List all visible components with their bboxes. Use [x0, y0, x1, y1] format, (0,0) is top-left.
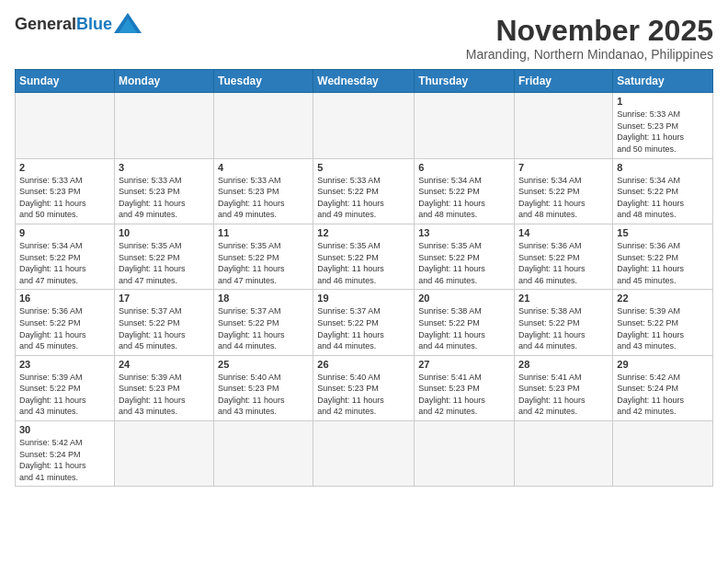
calendar-cell: 1Sunrise: 5:33 AM Sunset: 5:23 PM Daylig… — [613, 93, 713, 158]
calendar-cell: 30Sunrise: 5:42 AM Sunset: 5:24 PM Dayli… — [16, 421, 115, 487]
day-info: Sunrise: 5:35 AM Sunset: 5:22 PM Dayligh… — [119, 240, 210, 286]
day-info: Sunrise: 5:41 AM Sunset: 5:23 PM Dayligh… — [518, 372, 609, 418]
day-number: 13 — [418, 227, 510, 238]
day-number: 10 — [119, 227, 210, 238]
day-info: Sunrise: 5:33 AM Sunset: 5:23 PM Dayligh… — [617, 109, 709, 155]
calendar-cell — [313, 421, 415, 487]
header-day-monday: Monday — [114, 70, 213, 93]
day-number: 26 — [317, 359, 410, 370]
day-number: 19 — [317, 293, 410, 304]
week-row-4: 16Sunrise: 5:36 AM Sunset: 5:22 PM Dayli… — [16, 290, 713, 355]
calendar-cell: 24Sunrise: 5:39 AM Sunset: 5:23 PM Dayli… — [114, 355, 213, 420]
day-info: Sunrise: 5:33 AM Sunset: 5:22 PM Dayligh… — [317, 175, 410, 221]
title-area: November 2025 Maranding, Northern Mindan… — [466, 15, 713, 62]
day-info: Sunrise: 5:34 AM Sunset: 5:22 PM Dayligh… — [19, 240, 110, 286]
day-number: 9 — [19, 227, 110, 238]
calendar-cell: 21Sunrise: 5:38 AM Sunset: 5:22 PM Dayli… — [515, 290, 613, 355]
month-title: November 2025 — [466, 15, 713, 47]
day-number: 20 — [418, 293, 510, 304]
day-info: Sunrise: 5:40 AM Sunset: 5:23 PM Dayligh… — [218, 372, 309, 418]
week-row-2: 2Sunrise: 5:33 AM Sunset: 5:23 PM Daylig… — [16, 158, 713, 224]
header-row: SundayMondayTuesdayWednesdayThursdayFrid… — [16, 70, 713, 93]
day-info: Sunrise: 5:35 AM Sunset: 5:22 PM Dayligh… — [418, 240, 510, 286]
logo: GeneralBlue — [15, 15, 142, 33]
day-info: Sunrise: 5:33 AM Sunset: 5:23 PM Dayligh… — [119, 175, 210, 221]
day-number: 11 — [218, 227, 309, 238]
calendar-cell: 14Sunrise: 5:36 AM Sunset: 5:22 PM Dayli… — [515, 224, 613, 289]
calendar-cell: 18Sunrise: 5:37 AM Sunset: 5:22 PM Dayli… — [214, 290, 313, 355]
header-day-wednesday: Wednesday — [313, 70, 415, 93]
calendar-cell: 22Sunrise: 5:39 AM Sunset: 5:22 PM Dayli… — [613, 290, 713, 355]
week-row-5: 23Sunrise: 5:39 AM Sunset: 5:22 PM Dayli… — [16, 355, 713, 420]
day-number: 18 — [218, 293, 309, 304]
day-number: 23 — [19, 359, 110, 370]
logo-text: GeneralBlue — [15, 16, 112, 32]
day-info: Sunrise: 5:37 AM Sunset: 5:22 PM Dayligh… — [119, 305, 210, 351]
week-row-1: 1Sunrise: 5:33 AM Sunset: 5:23 PM Daylig… — [16, 93, 713, 158]
header: GeneralBlue November 2025 Maranding, Nor… — [15, 15, 713, 62]
week-row-6: 30Sunrise: 5:42 AM Sunset: 5:24 PM Dayli… — [16, 421, 713, 487]
day-number: 14 — [518, 227, 609, 238]
calendar-header: SundayMondayTuesdayWednesdayThursdayFrid… — [16, 70, 713, 93]
day-number: 25 — [218, 359, 309, 370]
day-info: Sunrise: 5:39 AM Sunset: 5:22 PM Dayligh… — [19, 372, 110, 418]
header-day-thursday: Thursday — [415, 70, 515, 93]
logo-icon — [114, 13, 142, 33]
week-row-3: 9Sunrise: 5:34 AM Sunset: 5:22 PM Daylig… — [16, 224, 713, 289]
calendar-cell — [114, 93, 213, 158]
calendar-cell: 11Sunrise: 5:35 AM Sunset: 5:22 PM Dayli… — [214, 224, 313, 289]
calendar-cell — [415, 421, 515, 487]
calendar-cell: 27Sunrise: 5:41 AM Sunset: 5:23 PM Dayli… — [415, 355, 515, 420]
calendar-cell: 29Sunrise: 5:42 AM Sunset: 5:24 PM Dayli… — [613, 355, 713, 420]
calendar-cell — [214, 93, 313, 158]
day-info: Sunrise: 5:38 AM Sunset: 5:22 PM Dayligh… — [418, 305, 510, 351]
header-day-tuesday: Tuesday — [214, 70, 313, 93]
calendar-cell — [613, 421, 713, 487]
day-number: 21 — [518, 293, 609, 304]
calendar-cell — [16, 93, 115, 158]
calendar-cell: 23Sunrise: 5:39 AM Sunset: 5:22 PM Dayli… — [16, 355, 115, 420]
calendar-cell: 6Sunrise: 5:34 AM Sunset: 5:22 PM Daylig… — [415, 158, 515, 224]
location-title: Maranding, Northern Mindanao, Philippine… — [466, 47, 713, 62]
day-number: 7 — [518, 162, 609, 173]
calendar-cell: 26Sunrise: 5:40 AM Sunset: 5:23 PM Dayli… — [313, 355, 415, 420]
calendar-cell — [415, 93, 515, 158]
calendar-cell: 25Sunrise: 5:40 AM Sunset: 5:23 PM Dayli… — [214, 355, 313, 420]
day-number: 4 — [218, 162, 309, 173]
calendar-cell: 13Sunrise: 5:35 AM Sunset: 5:22 PM Dayli… — [415, 224, 515, 289]
calendar-cell: 28Sunrise: 5:41 AM Sunset: 5:23 PM Dayli… — [515, 355, 613, 420]
day-info: Sunrise: 5:38 AM Sunset: 5:22 PM Dayligh… — [518, 305, 609, 351]
day-info: Sunrise: 5:35 AM Sunset: 5:22 PM Dayligh… — [218, 240, 309, 286]
day-info: Sunrise: 5:42 AM Sunset: 5:24 PM Dayligh… — [19, 437, 110, 483]
calendar-cell: 17Sunrise: 5:37 AM Sunset: 5:22 PM Dayli… — [114, 290, 213, 355]
calendar-cell: 2Sunrise: 5:33 AM Sunset: 5:23 PM Daylig… — [16, 158, 115, 224]
calendar-cell — [114, 421, 213, 487]
day-number: 5 — [317, 162, 410, 173]
day-info: Sunrise: 5:33 AM Sunset: 5:23 PM Dayligh… — [218, 175, 309, 221]
day-number: 27 — [418, 359, 510, 370]
day-info: Sunrise: 5:34 AM Sunset: 5:22 PM Dayligh… — [418, 175, 510, 221]
calendar-cell: 7Sunrise: 5:34 AM Sunset: 5:22 PM Daylig… — [515, 158, 613, 224]
day-info: Sunrise: 5:39 AM Sunset: 5:22 PM Dayligh… — [617, 305, 709, 351]
calendar-cell: 5Sunrise: 5:33 AM Sunset: 5:22 PM Daylig… — [313, 158, 415, 224]
day-number: 2 — [19, 162, 110, 173]
day-number: 8 — [617, 162, 709, 173]
day-info: Sunrise: 5:37 AM Sunset: 5:22 PM Dayligh… — [218, 305, 309, 351]
day-info: Sunrise: 5:41 AM Sunset: 5:23 PM Dayligh… — [418, 372, 510, 418]
day-info: Sunrise: 5:36 AM Sunset: 5:22 PM Dayligh… — [617, 240, 709, 286]
day-info: Sunrise: 5:37 AM Sunset: 5:22 PM Dayligh… — [317, 305, 410, 351]
calendar-cell: 19Sunrise: 5:37 AM Sunset: 5:22 PM Dayli… — [313, 290, 415, 355]
day-info: Sunrise: 5:36 AM Sunset: 5:22 PM Dayligh… — [518, 240, 609, 286]
day-info: Sunrise: 5:33 AM Sunset: 5:23 PM Dayligh… — [19, 175, 110, 221]
day-info: Sunrise: 5:34 AM Sunset: 5:22 PM Dayligh… — [518, 175, 609, 221]
day-number: 15 — [617, 227, 709, 238]
day-info: Sunrise: 5:34 AM Sunset: 5:22 PM Dayligh… — [617, 175, 709, 221]
calendar-cell: 8Sunrise: 5:34 AM Sunset: 5:22 PM Daylig… — [613, 158, 713, 224]
header-day-sunday: Sunday — [16, 70, 115, 93]
calendar-cell — [313, 93, 415, 158]
day-number: 1 — [617, 96, 709, 107]
day-info: Sunrise: 5:35 AM Sunset: 5:22 PM Dayligh… — [317, 240, 410, 286]
day-number: 6 — [418, 162, 510, 173]
calendar-cell: 9Sunrise: 5:34 AM Sunset: 5:22 PM Daylig… — [16, 224, 115, 289]
calendar-cell: 20Sunrise: 5:38 AM Sunset: 5:22 PM Dayli… — [415, 290, 515, 355]
